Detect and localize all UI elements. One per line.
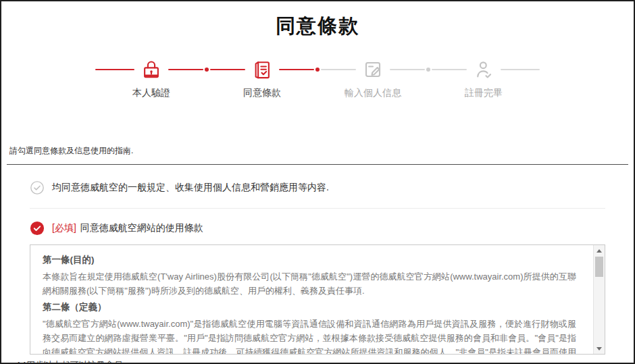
stepper-connector (279, 69, 314, 70)
stepper-dot (205, 68, 209, 72)
stepper-connector (390, 69, 425, 70)
section-divider (7, 164, 628, 165)
vertical-scrollbar[interactable] (593, 245, 605, 354)
step-identity-verification: 本人驗證 (139, 57, 163, 82)
footnote-text: 14周歲以上起可以註冊會員。 (16, 360, 131, 364)
triangle-down-icon (596, 347, 602, 350)
scroll-down-button[interactable] (594, 343, 605, 354)
step-label: 同意條款 (243, 87, 281, 99)
signup-terms-page: 同意條款 本人驗證 (0, 0, 635, 364)
step-agree-terms: 同意條款 (250, 57, 274, 82)
agree-terms-row[interactable]: [必填] 同意德威航空網站的使用條款 (30, 221, 634, 236)
terms-section-body: "德威航空官方網站(www.twayair.com)"是指德威航空使用電腦等資訊… (43, 317, 576, 355)
stepper-connector (501, 69, 540, 70)
terms-scrollbox[interactable]: 第一條(目的) 本條款旨在規定使用德威航空(T'way Airlines)股份有… (30, 244, 605, 355)
terms-content: 第一條(目的) 本條款旨在規定使用德威航空(T'way Airlines)股份有… (30, 245, 605, 355)
step-enter-personal-info: 輸入個人信息 (361, 57, 385, 82)
lock-icon (140, 57, 163, 82)
instruction-text: 請勾選同意條款及信息使用的指南. (9, 145, 634, 157)
footnote: ·14周歲以上起可以註冊會員。 (10, 359, 634, 364)
page-title: 同意條款 (1, 13, 634, 40)
stepper-connector (168, 69, 203, 70)
step-label: 本人驗證 (132, 87, 170, 99)
edit-document-icon (361, 57, 384, 82)
scroll-up-button[interactable] (594, 245, 605, 256)
required-tag: [必填] (52, 222, 76, 234)
terms-document-icon (251, 57, 274, 82)
step-label: 輸入個人信息 (345, 87, 401, 99)
person-check-icon (472, 57, 495, 82)
stepper-connector (432, 69, 467, 70)
terms-section-heading: 第一條(目的) (43, 253, 576, 267)
stepper-connector (321, 69, 356, 70)
step-registration-complete: 註冊完畢 (472, 57, 496, 82)
bullet-icon: · (10, 360, 13, 364)
signup-step-indicator: 本人驗證 同意條款 (74, 57, 561, 109)
stepper-dot (426, 68, 430, 72)
stepper-connector (210, 69, 245, 70)
row-divider (30, 208, 605, 209)
agree-terms-label: 同意德威航空網站的使用條款 (80, 222, 203, 234)
step-label: 註冊完畢 (465, 87, 503, 99)
agree-all-row[interactable]: 均同意德威航空的一般規定、收集使用個人信息和營銷應用等内容. (30, 180, 634, 195)
circle-check-unchecked-icon[interactable] (30, 180, 45, 195)
terms-section-body: 本條款旨在規定使用德威航空(T'way Airlines)股份有限公司(以下簡稱… (43, 269, 576, 298)
stepper-connector (95, 69, 134, 70)
terms-section-heading: 第二條（定義） (43, 300, 576, 315)
scrollbar-thumb[interactable] (595, 257, 603, 277)
agree-all-label: 均同意德威航空的一般規定、收集使用個人信息和營銷應用等内容. (52, 182, 329, 194)
circle-check-checked-icon[interactable] (30, 221, 45, 236)
triangle-up-icon (596, 249, 602, 253)
stepper-dot (315, 68, 320, 72)
